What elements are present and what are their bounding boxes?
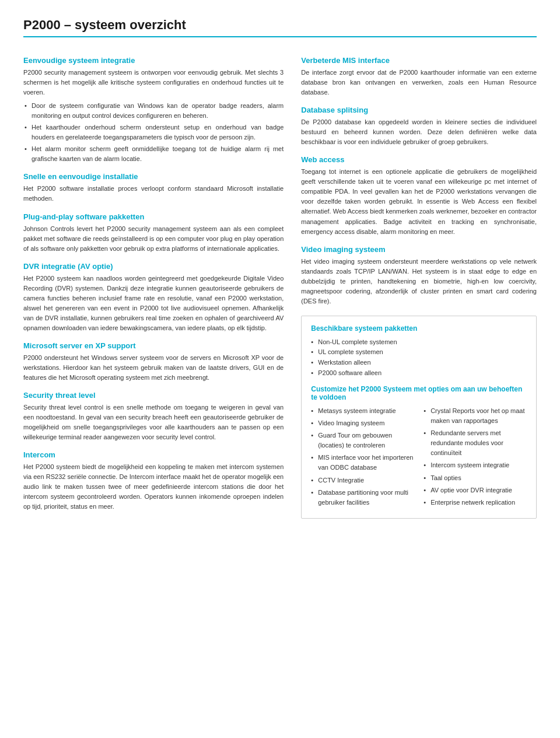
- section-title-intercom: Intercom: [23, 450, 284, 459]
- section-para-video-0: Het video imaging systeem ondersteunt me…: [301, 257, 537, 306]
- customize-item: Guard Tour om gebouwen (locaties) te con…: [311, 431, 414, 450]
- section-title-web-access: Web access: [301, 155, 537, 164]
- section-para-database-0: De P2000 database kan opgedeeld worden i…: [301, 117, 537, 147]
- page-title: P2000 – systeem overzicht: [23, 18, 537, 37]
- customize-item: Redundante servers met redundante module…: [424, 428, 527, 458]
- package-item: Non-UL complete systemen: [311, 337, 527, 348]
- customize-item: Video Imaging systeem: [311, 418, 414, 428]
- section-title-microsoft: Microsoft server en XP support: [23, 341, 284, 350]
- customize-item: Enterprise netwerk replication: [424, 498, 527, 508]
- section-para-eenvoudige-0: P2000 security management systeem is ont…: [23, 68, 284, 97]
- section-para-microsoft-0: P2000 ondersteunt het Windows server sys…: [23, 353, 284, 383]
- section-title-security: Security threat level: [23, 391, 284, 400]
- bullet-item: Door de systeem configuratie van Windows…: [23, 101, 284, 121]
- customize-item: Crystal Reports voor het op maat maken v…: [424, 406, 527, 426]
- package-item: UL complete systemen: [311, 347, 527, 358]
- section-title-video: Video imaging systeem: [301, 245, 537, 254]
- bullet-item: Het alarm monitor scherm geeft onmiddell…: [23, 144, 284, 164]
- section-title-dvr: DVR integratie (AV optie): [23, 262, 284, 271]
- customize-grid: Metasys systeem integratie Video Imaging…: [311, 406, 527, 509]
- package-item: Werkstation alleen: [311, 358, 527, 368]
- left-column: Eenvoudige systeem integratie P2000 secu…: [23, 48, 284, 519]
- customize-item: Intercom systeem integratie: [424, 460, 527, 470]
- section-para-security-0: Security threat level control is een sne…: [23, 403, 284, 442]
- section-para-plug-0: Johnson Controls levert het P2000 securi…: [23, 224, 284, 254]
- section-para-intercom-0: Het P2000 systeem biedt de mogelijkheid …: [23, 462, 284, 512]
- system-packages-box: Beschikbare systeem pakketten Non-UL com…: [301, 316, 537, 519]
- customize-item: MIS interface voor het importeren van OD…: [311, 453, 414, 473]
- customize-item: Metasys systeem integratie: [311, 406, 414, 416]
- section-title-mis: Verbeterde MIS interface: [301, 56, 537, 65]
- packages-list: Non-UL complete systemen UL complete sys…: [311, 337, 527, 378]
- package-item: P2000 software alleen: [311, 368, 527, 379]
- section-title-snelle: Snelle en eenvoudige installatie: [23, 172, 284, 181]
- customize-left-col: Metasys systeem integratie Video Imaging…: [311, 406, 414, 509]
- box-title: Beschikbare systeem pakketten: [311, 324, 527, 333]
- right-column: Verbeterde MIS interface De interface zo…: [301, 48, 537, 519]
- section-title-plug: Plug-and-play software pakketten: [23, 212, 284, 221]
- section-para-web-0: Toegang tot internet is een optionele ap…: [301, 167, 537, 236]
- section-para-dvr-0: Het P2000 systeem kan naadloos worden ge…: [23, 274, 284, 333]
- customize-right-col: Crystal Reports voor het op maat maken v…: [424, 406, 527, 509]
- customize-item: AV optie voor DVR integratie: [424, 485, 527, 495]
- customize-title: Customize het P2000 Systeem met opties o…: [311, 385, 527, 401]
- section-title-database: Database splitsing: [301, 106, 537, 114]
- section-bullets-eenvoudige: Door de systeem configuratie van Windows…: [23, 101, 284, 164]
- section-para-snelle-0: Het P2000 software installatie proces ve…: [23, 184, 284, 204]
- bullet-item: Het kaarthouder onderhoud scherm onderst…: [23, 123, 284, 142]
- customize-item: Taal opties: [424, 473, 527, 483]
- customize-item: Database partitioning voor multi gebruik…: [311, 488, 414, 508]
- page-container: P2000 – systeem overzicht Eenvoudige sys…: [0, 0, 560, 536]
- two-column-layout: Eenvoudige systeem integratie P2000 secu…: [23, 48, 537, 519]
- section-title-eenvoudige: Eenvoudige systeem integratie: [23, 56, 284, 65]
- section-para-mis-0: De interface zorgt ervoor dat de P2000 k…: [301, 68, 537, 97]
- customize-item: CCTV Integratie: [311, 475, 414, 485]
